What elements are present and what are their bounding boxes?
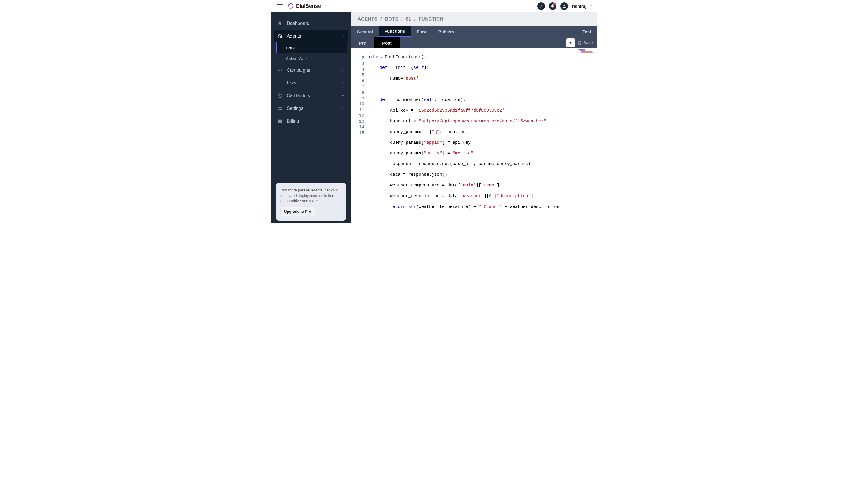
brand-name: DialSense: [296, 3, 321, 9]
nav-label: Lists: [287, 80, 296, 86]
tab-bar: General Functions Flow Publish Test: [351, 26, 597, 37]
hamburger-icon: [277, 4, 283, 8]
minimap[interactable]: [578, 50, 596, 61]
help-button[interactable]: ?: [537, 2, 545, 10]
chevron-down-icon: [341, 68, 345, 72]
brand-logo[interactable]: DialSense: [287, 3, 321, 9]
code-content[interactable]: class PostFunctions(): def __init__(self…: [367, 48, 597, 224]
tab-publish[interactable]: Publish: [433, 26, 460, 37]
line-gutter: 123456789101112131415: [351, 48, 367, 224]
sidebar-item-lists[interactable]: Lists: [271, 76, 351, 89]
save-icon: [578, 41, 582, 45]
nav-label: Agents: [287, 34, 301, 39]
chevron-down-icon: [341, 106, 345, 111]
user-menu[interactable]: rishiraj: [572, 4, 593, 9]
nav-label: Settings: [287, 106, 304, 111]
billing-icon: [277, 118, 283, 124]
tab-functions[interactable]: Functions: [379, 26, 411, 37]
nav-label: Billing: [287, 119, 299, 124]
subtab-post[interactable]: Post: [374, 37, 400, 48]
svg-point-1: [278, 107, 279, 108]
upgrade-button[interactable]: Upgrade to Pro: [280, 207, 315, 216]
logo-icon: [287, 3, 294, 9]
chevron-down-icon: [341, 119, 345, 124]
user-name: rishiraj: [572, 4, 587, 9]
tab-general[interactable]: General: [351, 26, 379, 37]
settings-icon: [277, 105, 283, 111]
history-icon: [277, 93, 283, 99]
nav-label: Campaigns: [287, 68, 310, 73]
menu-toggle-button[interactable]: [275, 1, 284, 11]
crumb[interactable]: AGENTS: [358, 17, 377, 22]
chevron-down-icon: [341, 93, 345, 98]
tab-test[interactable]: Test: [577, 26, 597, 37]
nav-label: Call History: [287, 93, 310, 98]
sidebar-item-billing[interactable]: Billing: [271, 115, 351, 128]
help-icon: ?: [540, 4, 542, 8]
sidebar-item-active-calls[interactable]: Active Calls: [276, 53, 351, 64]
person-icon: [562, 4, 566, 8]
subtab-bar: Pre Post ☀ Save: [351, 37, 597, 48]
profile-avatar[interactable]: [560, 2, 568, 10]
crumb[interactable]: 81: [406, 17, 411, 22]
nav-label: Active Calls: [286, 56, 308, 61]
sidebar-item-campaigns[interactable]: Campaigns: [271, 64, 351, 76]
megaphone-icon: [277, 67, 283, 73]
sidebar-item-dashboard[interactable]: Dashboard: [271, 17, 351, 30]
home-icon: [277, 21, 283, 26]
promo-text: Run more parallel agents, get your dedic…: [280, 188, 342, 203]
nav-label: Bots: [286, 45, 294, 50]
save-label: Save: [583, 40, 593, 45]
chevron-down-icon: [589, 4, 593, 8]
sidebar: Dashboard Agents Bots Active Calls Campa…: [271, 12, 351, 224]
sidebar-item-agents[interactable]: Agents: [274, 30, 348, 42]
sidebar-item-bots[interactable]: Bots: [276, 42, 347, 53]
theme-toggle-button[interactable]: ☀: [566, 38, 575, 47]
crumb[interactable]: BOTS: [385, 17, 398, 22]
sidebar-item-settings[interactable]: Settings: [271, 102, 351, 115]
svg-point-2: [280, 109, 281, 110]
sidebar-item-call-history[interactable]: Call History: [271, 89, 351, 102]
sun-icon: ☀: [568, 40, 572, 46]
tab-flow[interactable]: Flow: [411, 26, 433, 37]
notifications-button[interactable]: [549, 2, 556, 10]
code-editor[interactable]: 123456789101112131415 class PostFunction…: [351, 48, 597, 224]
subtab-pre[interactable]: Pre: [351, 37, 374, 48]
headset-icon: [277, 33, 283, 39]
breadcrumb: AGENTS / BOTS / 81 / FUNCTION: [351, 12, 597, 26]
upgrade-promo-card: Run more parallel agents, get your dedic…: [276, 183, 346, 221]
crumb: FUNCTION: [418, 17, 443, 22]
nav-label: Dashboard: [287, 21, 309, 26]
save-button[interactable]: Save: [578, 40, 593, 45]
svg-point-0: [563, 5, 565, 6]
chevron-up-icon: [341, 34, 345, 38]
chevron-down-icon: [341, 80, 345, 85]
notification-dot: [554, 3, 556, 5]
list-icon: [277, 80, 283, 86]
